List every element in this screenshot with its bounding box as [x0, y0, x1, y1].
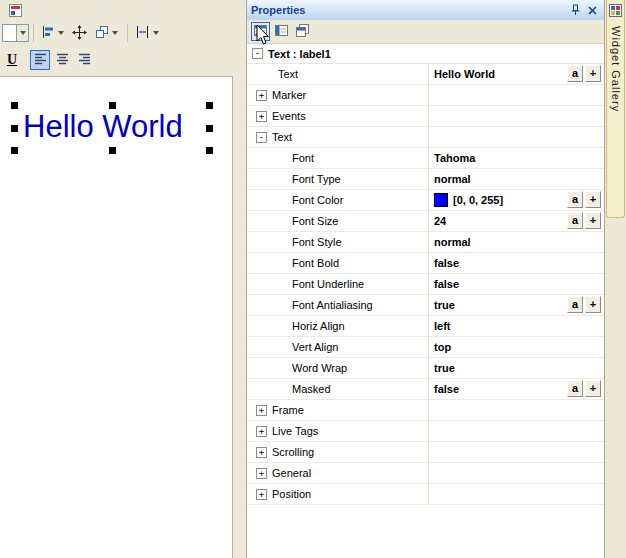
underline-button[interactable]: U [2, 50, 22, 70]
color-swatch [434, 193, 448, 207]
property-value[interactable]: [0, 0, 255] [453, 194, 503, 206]
align-text-left-button[interactable] [30, 50, 50, 70]
expander-icon[interactable]: + [256, 489, 267, 500]
selection-handle[interactable] [11, 147, 18, 154]
property-row-word-wrap[interactable]: Word Wrap true [247, 358, 604, 379]
property-value[interactable]: false [434, 257, 459, 269]
property-value[interactable]: 24 [434, 215, 446, 227]
property-row-font-antialiasing[interactable]: Font Antialiasing true a + [247, 295, 604, 316]
property-value[interactable]: top [434, 341, 451, 353]
property-name: Events [272, 110, 306, 122]
expand-value-button[interactable]: + [585, 191, 601, 208]
property-value[interactable]: true [434, 362, 455, 374]
selection-handle[interactable] [109, 102, 116, 109]
property-value[interactable]: left [434, 320, 451, 332]
properties-toolbar [247, 20, 604, 44]
canvas-label[interactable]: Hello World [23, 108, 183, 146]
pin-icon[interactable] [568, 3, 583, 17]
selection-handle[interactable] [206, 102, 213, 109]
category-row-text[interactable]: - Text [247, 127, 604, 148]
property-name: General [272, 467, 311, 479]
expand-value-button[interactable]: + [585, 380, 601, 397]
category-row-position[interactable]: + Position [247, 484, 604, 505]
selection-handle[interactable] [11, 102, 18, 109]
expander-icon[interactable]: + [256, 405, 267, 416]
category-row-scrolling[interactable]: + Scrolling [247, 442, 604, 463]
property-name: Text [278, 68, 298, 80]
property-value[interactable]: Hello World [434, 68, 495, 80]
close-icon[interactable] [585, 3, 600, 17]
selected-object-header[interactable]: - Text : label1 [247, 44, 604, 64]
selection-handle[interactable] [109, 147, 116, 154]
property-value[interactable]: true [434, 299, 455, 311]
attribute-button[interactable]: a [567, 191, 583, 208]
selection-handle[interactable] [206, 147, 213, 154]
property-row-vert-align[interactable]: Vert Align top [247, 337, 604, 358]
category-row-marker[interactable]: + Marker [247, 85, 604, 106]
spacing-icon [135, 25, 150, 41]
toolbar-icon[interactable] [8, 3, 23, 18]
expander-icon[interactable]: + [256, 426, 267, 437]
properties-panel: Properties [246, 0, 605, 558]
center-object-icon [72, 25, 87, 42]
expand-value-button[interactable]: + [585, 65, 601, 82]
category-row-live-tags[interactable]: + Live Tags [247, 421, 604, 442]
alphabetical-view-button[interactable] [272, 22, 291, 41]
property-pages-button[interactable] [293, 22, 312, 41]
align-text-right-button[interactable] [74, 50, 94, 70]
expander-icon[interactable]: + [256, 468, 267, 479]
expand-value-button[interactable]: + [585, 212, 601, 229]
dock-strip: Widget Gallery [605, 0, 626, 558]
property-row-text[interactable]: Text Hello World a + [247, 64, 604, 85]
attribute-button[interactable]: a [567, 65, 583, 82]
property-row-font-style[interactable]: Font Style normal [247, 232, 604, 253]
property-name: Scrolling [272, 446, 314, 458]
expander-icon[interactable]: + [256, 111, 267, 122]
property-row-font-underline[interactable]: Font Underline false [247, 274, 604, 295]
tab-widget-gallery[interactable]: Widget Gallery [606, 0, 625, 218]
category-row-events[interactable]: + Events [247, 106, 604, 127]
attribute-button[interactable]: a [567, 212, 583, 229]
property-row-horiz-align[interactable]: Horiz Align left [247, 316, 604, 337]
selection-handle[interactable] [206, 125, 213, 132]
property-value[interactable]: normal [434, 173, 471, 185]
expand-value-button[interactable]: + [585, 296, 601, 313]
align-text-center-button[interactable] [52, 50, 72, 70]
attribute-button[interactable]: a [567, 380, 583, 397]
property-value[interactable]: Tahoma [434, 152, 475, 164]
property-name: Font Underline [292, 278, 364, 290]
property-row-masked[interactable]: Masked false a + [247, 379, 604, 400]
selected-label-object[interactable]: Hello World [14, 105, 210, 151]
expander-icon[interactable]: - [256, 132, 267, 143]
make-same-size-button[interactable] [92, 23, 121, 43]
property-row-font[interactable]: Font Tahoma [247, 148, 604, 169]
object-combobox[interactable] [2, 24, 29, 42]
property-value[interactable]: false [434, 278, 459, 290]
property-value[interactable]: normal [434, 236, 471, 248]
selection-handle[interactable] [11, 125, 18, 132]
center-object-button[interactable] [69, 23, 90, 43]
expander-icon[interactable]: + [256, 90, 267, 101]
property-row-font-bold[interactable]: Font Bold false [247, 253, 604, 274]
spacing-button[interactable] [132, 23, 162, 43]
category-row-general[interactable]: + General [247, 463, 604, 484]
category-row-frame[interactable]: + Frame [247, 400, 604, 421]
chevron-down-icon [112, 31, 118, 35]
attribute-button[interactable]: a [567, 296, 583, 313]
property-value[interactable]: false [434, 383, 459, 395]
object-toolbar [2, 21, 164, 45]
property-name: Horiz Align [292, 320, 345, 332]
collapse-icon[interactable]: - [252, 48, 263, 59]
property-row-font-color[interactable]: Font Color [0, 0, 255] a + [247, 190, 604, 211]
properties-title-bar[interactable]: Properties [247, 0, 604, 20]
design-canvas[interactable]: Hello World [0, 76, 233, 558]
expander-icon[interactable]: + [256, 447, 267, 458]
categorized-view-button[interactable] [251, 22, 270, 41]
chevron-down-icon[interactable] [16, 25, 28, 41]
property-pages-icon [295, 23, 310, 40]
property-name: Word Wrap [292, 362, 347, 374]
property-row-font-size[interactable]: Font Size 24 a + [247, 211, 604, 232]
property-name: Font Style [292, 236, 342, 248]
align-objects-button[interactable] [38, 23, 67, 43]
property-row-font-type[interactable]: Font Type normal [247, 169, 604, 190]
